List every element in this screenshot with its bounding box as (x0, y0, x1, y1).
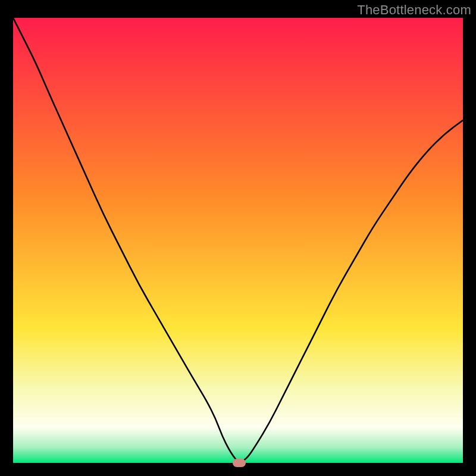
chart-frame: TheBottleneck.com (0, 0, 476, 476)
optimal-point-marker (233, 459, 246, 467)
bottleneck-chart (13, 18, 463, 463)
plot-area (13, 18, 463, 463)
gradient-background (13, 18, 463, 463)
watermark-text: TheBottleneck.com (357, 2, 471, 18)
